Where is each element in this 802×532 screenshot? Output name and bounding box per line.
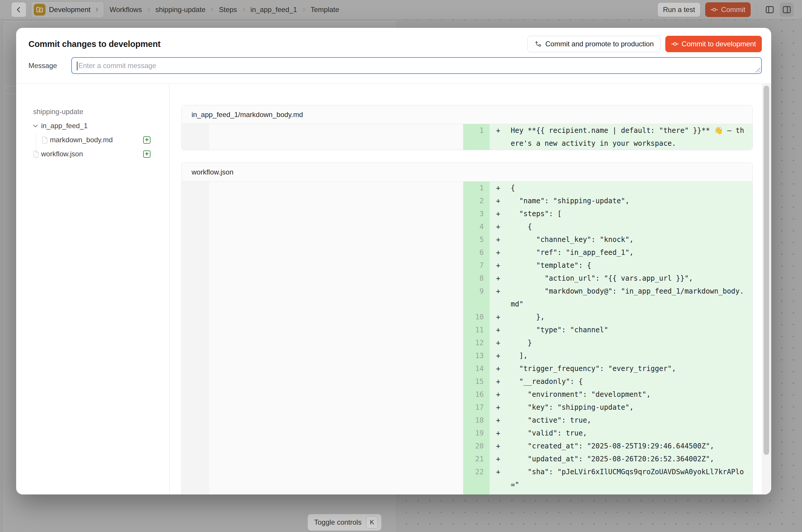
diff-row: 22+ "sha": "pJeLVir6xIlUCMGqs9qroZoUAVDS… — [182, 466, 752, 491]
top-bar: Development Workflows shipping-update St… — [0, 0, 802, 20]
file-icon — [42, 136, 48, 144]
commit-dialog: Commit changes to development Commit and… — [16, 28, 771, 494]
shortcut-key-badge: K — [366, 516, 378, 529]
chevron-right-icon — [94, 7, 100, 13]
diff-row: 13+ ], — [182, 349, 752, 362]
diff-row: 21+ "updated_at": "2025-08-26T20:26:52.3… — [182, 453, 752, 466]
diff-file-name: workflow.json — [182, 163, 752, 182]
tree-file-markdown-body[interactable]: markdown_body.md + — [16, 133, 169, 147]
environment-folder-icon — [34, 4, 45, 16]
environment-selector[interactable]: Development — [31, 1, 104, 18]
tree-group-step[interactable]: in_app_feed_1 — [16, 119, 169, 133]
diff-row: 3+ "steps": [ — [182, 207, 752, 220]
diff-panel-markdown-body: in_app_feed_1/markdown_body.md 1+Hey **{… — [181, 105, 753, 150]
message-label: Message — [29, 62, 71, 70]
diff-row: 1+{ — [182, 182, 752, 194]
message-placeholder: Enter a commit message — [78, 62, 156, 70]
diff-row: 19+ "valid": true, — [182, 427, 752, 440]
diff-row: 9+ "markdown_body@": "in_app_feed_1/mark… — [182, 285, 752, 310]
diff-row: 10+ }, — [182, 310, 752, 323]
file-icon — [33, 150, 39, 158]
toggle-left-panel-button[interactable] — [763, 3, 777, 17]
toolbar-divider — [757, 4, 757, 15]
diff-row: 6+ "ref": "in_app_feed_1", — [182, 246, 752, 259]
diff-row: 7+ "template": { — [182, 259, 752, 272]
diff-lines: 1+Hey **{{ recipient.name | default: "th… — [182, 124, 752, 150]
changed-files-tree: shipping-update in_app_feed_1 markdown_b… — [16, 84, 170, 494]
diff-row: 20+ "created_at": "2025-08-25T19:29:46.6… — [182, 440, 752, 453]
text-caret — [77, 62, 77, 70]
diff-row: 23+ } — [182, 491, 752, 494]
chevron-right-icon — [209, 7, 215, 12]
breadcrumb: Workflows shipping-update Steps in_app_f… — [109, 5, 339, 14]
diff-lines: 1+{2+ "name": "shipping-update",3+ "step… — [182, 182, 752, 494]
added-status-badge: + — [143, 136, 150, 144]
diff-row: 14+ "trigger_frequency": "every_trigger"… — [182, 362, 752, 375]
breadcrumb-steps[interactable]: Steps — [219, 5, 237, 14]
commit-message-input[interactable]: Enter a commit message — [71, 57, 762, 74]
breadcrumb-step-ref[interactable]: in_app_feed_1 — [250, 5, 297, 14]
diff-row: 11+ "type": "channel" — [182, 323, 752, 336]
chevron-right-icon — [146, 7, 151, 12]
chevron-right-icon — [301, 7, 306, 12]
diff-row: 16+ "environment": "development", — [182, 388, 752, 401]
tree-root-workflow[interactable]: shipping-update — [16, 105, 169, 119]
commit-and-promote-button[interactable]: Commit and promote to production — [527, 36, 660, 52]
diff-viewer: in_app_feed_1/markdown_body.md 1+Hey **{… — [170, 84, 771, 494]
dialog-title: Commit changes to development — [29, 39, 161, 49]
commit-icon — [710, 6, 718, 14]
panel-right-icon — [782, 5, 792, 15]
diff-row: 15+ "__readonly": { — [182, 375, 752, 388]
chevron-down-icon — [32, 122, 39, 130]
diff-row: 5+ "channel_key": "knock", — [182, 233, 752, 246]
back-button[interactable] — [11, 2, 26, 17]
breadcrumb-workflow-key[interactable]: shipping-update — [155, 5, 206, 14]
diff-row: 12+ } — [182, 336, 752, 349]
chevron-left-icon — [15, 6, 22, 13]
toggle-right-panel-button[interactable] — [780, 3, 794, 17]
diff-row: 18+ "active": true, — [182, 414, 752, 427]
chevron-right-icon — [241, 7, 246, 12]
commit-dialog-header: Commit changes to development Commit and… — [16, 28, 771, 84]
scrollbar-thumb[interactable] — [764, 86, 769, 455]
commit-to-development-button[interactable]: Commit to development — [665, 36, 762, 52]
resize-grip-icon[interactable] — [754, 66, 760, 73]
diff-file-name: in_app_feed_1/markdown_body.md — [182, 105, 752, 124]
commit-icon — [671, 40, 679, 48]
commit-button[interactable]: Commit — [705, 2, 751, 17]
diff-row: 1+Hey **{{ recipient.name | default: "th… — [182, 124, 752, 150]
scrollbar[interactable] — [762, 84, 771, 494]
diff-row: 8+ "action_url": "{{ vars.app_url }}", — [182, 272, 752, 285]
breadcrumb-workflows[interactable]: Workflows — [109, 5, 142, 14]
diff-row: 17+ "key": "shipping-update", — [182, 401, 752, 414]
added-status-badge: + — [143, 150, 150, 158]
breadcrumb-template[interactable]: Template — [311, 5, 339, 14]
run-a-test-button[interactable]: Run a test — [657, 2, 701, 17]
tree-guide-line — [36, 132, 36, 160]
toggle-controls-label: Toggle controls — [314, 518, 361, 527]
promote-icon — [534, 40, 542, 48]
panel-left-icon — [765, 5, 775, 15]
diff-row: 4+ { — [182, 220, 752, 233]
toggle-controls-button[interactable]: Toggle controls K — [307, 514, 381, 531]
diff-panel-workflow-json: workflow.json 1+{2+ "name": "shipping-up… — [181, 163, 753, 494]
diff-row: 2+ "name": "shipping-update", — [182, 194, 752, 207]
tree-file-workflow-json[interactable]: workflow.json + — [16, 147, 169, 161]
environment-label: Development — [49, 5, 90, 14]
